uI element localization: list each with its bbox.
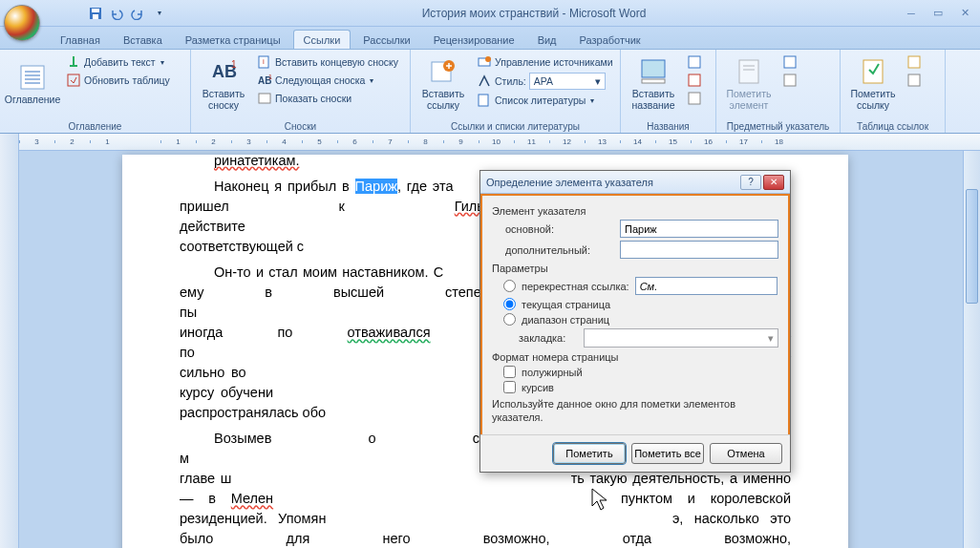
- svg-rect-2: [93, 14, 98, 19]
- svg-rect-29: [784, 56, 796, 68]
- vertical-scrollbar[interactable]: [963, 151, 980, 548]
- dialog-title-text: Определение элемента указателя: [486, 177, 738, 188]
- caption-opt2[interactable]: [684, 72, 705, 89]
- toa-opt2[interactable]: [904, 72, 925, 89]
- svg-text:1: 1: [268, 74, 272, 80]
- toc-label: Оглавление: [5, 95, 61, 106]
- svg-rect-21: [642, 60, 665, 77]
- svg-rect-1: [92, 9, 99, 12]
- svg-rect-15: [259, 94, 270, 103]
- main-entry-label: основной:: [505, 223, 616, 235]
- insert-caption-button[interactable]: Вставить название: [625, 52, 682, 116]
- current-page-radio[interactable]: текущая страница: [503, 298, 778, 310]
- group-toc-label: Оглавление: [0, 121, 190, 132]
- italic-checkbox[interactable]: курсив: [503, 381, 778, 393]
- index-opt2[interactable]: [779, 72, 800, 89]
- svg-rect-32: [908, 56, 920, 68]
- tab-insert[interactable]: Вставка: [113, 30, 173, 49]
- sub-entry-input[interactable]: [620, 241, 778, 259]
- svg-text:1: 1: [231, 59, 237, 70]
- svg-rect-31: [863, 60, 883, 83]
- svg-text:i: i: [263, 57, 265, 66]
- svg-rect-23: [689, 56, 700, 68]
- section-options: Параметры: [492, 263, 778, 274]
- svg-point-19: [485, 56, 491, 62]
- citation-style-select[interactable]: Стиль: APA▾: [474, 72, 616, 91]
- svg-rect-22: [642, 79, 665, 83]
- maximize-button[interactable]: ▭: [927, 5, 949, 22]
- tab-references[interactable]: Ссылки: [293, 30, 352, 49]
- mark-citation-button[interactable]: Пометить ссылку: [844, 52, 902, 116]
- tab-mailings[interactable]: Рассылки: [352, 30, 420, 49]
- svg-rect-25: [689, 93, 700, 104]
- insert-citation-label: Вставить ссылку: [416, 89, 470, 111]
- tab-view[interactable]: Вид: [527, 30, 567, 49]
- dialog-help-button[interactable]: ?: [740, 175, 761, 190]
- office-button[interactable]: [4, 5, 40, 41]
- tab-home[interactable]: Главная: [50, 30, 111, 49]
- show-notes-button[interactable]: Показать сноски: [254, 90, 401, 107]
- svg-rect-26: [739, 60, 758, 83]
- toc-button[interactable]: Оглавление: [4, 52, 61, 116]
- tab-developer[interactable]: Разработчик: [569, 30, 651, 49]
- add-text-button[interactable]: Добавить текст: [63, 53, 173, 71]
- insert-endnote-button[interactable]: iВставить концевую сноску: [254, 53, 401, 71]
- mark-all-button[interactable]: Пометить все: [631, 443, 704, 464]
- section-page-format: Формат номера страницы: [492, 351, 778, 363]
- bookmark-select[interactable]: ▾: [584, 328, 778, 348]
- tab-review[interactable]: Рецензирование: [423, 30, 525, 49]
- next-footnote-button[interactable]: AB1Следующая сноска: [254, 72, 401, 89]
- svg-rect-33: [908, 74, 920, 86]
- undo-icon[interactable]: [107, 4, 126, 23]
- horizontal-ruler[interactable]: 321123456789101112131415161718: [19, 134, 980, 151]
- redo-icon[interactable]: [128, 4, 147, 23]
- scroll-thumb[interactable]: [966, 189, 978, 304]
- insert-citation-button[interactable]: Вставить ссылку: [415, 52, 472, 116]
- main-entry-input[interactable]: [620, 220, 778, 238]
- sub-entry-label: дополнительный:: [505, 244, 616, 256]
- svg-rect-20: [479, 95, 488, 106]
- page-range-radio[interactable]: диапазон страниц: [503, 313, 778, 326]
- qat-customize-icon[interactable]: [149, 4, 168, 23]
- vertical-ruler[interactable]: [0, 134, 19, 548]
- index-opt1[interactable]: [779, 53, 800, 71]
- manage-sources-button[interactable]: Управление источниками: [474, 53, 616, 71]
- group-citations-label: Ссылки и списки литературы: [411, 121, 620, 132]
- svg-rect-8: [68, 74, 79, 86]
- save-icon[interactable]: [86, 4, 105, 23]
- mark-index-entry-dialog: Определение элемента указателя ? ✕ Элеме…: [479, 170, 791, 473]
- group-toa-label: Таблица ссылок: [841, 121, 945, 132]
- cross-reference-radio[interactable]: перекрестная ссылка:: [503, 277, 778, 295]
- bibliography-button[interactable]: Список литературы: [474, 92, 616, 109]
- minimize-button[interactable]: ─: [900, 5, 923, 22]
- ribbon-tabs: Главная Вставка Разметка страницы Ссылки…: [0, 27, 980, 50]
- cross-reference-input[interactable]: [635, 277, 778, 295]
- group-index-label: Предметный указатель: [716, 121, 840, 132]
- mark-citation-label: Пометить ссылку: [846, 89, 900, 111]
- toa-opt1[interactable]: [904, 53, 925, 71]
- group-footnotes-label: Сноски: [191, 121, 410, 132]
- svg-rect-3: [21, 66, 44, 89]
- mark-entry-button[interactable]: Пометить элемент: [720, 52, 778, 116]
- dialog-close-button[interactable]: ✕: [763, 175, 784, 190]
- insert-caption-label: Вставить название: [627, 89, 680, 111]
- selected-text: Париж: [355, 179, 397, 194]
- mark-button[interactable]: Пометить: [553, 443, 626, 464]
- bold-checkbox[interactable]: полужирный: [503, 366, 778, 378]
- insert-footnote-button[interactable]: AB1 Вставить сноску: [195, 52, 252, 116]
- title-bar: История моих странствий - Microsoft Word…: [0, 0, 980, 27]
- section-index-element: Элемент указателя: [492, 205, 778, 217]
- caption-opt1[interactable]: [684, 53, 705, 71]
- svg-rect-30: [784, 74, 796, 86]
- bookmark-label: закладка:: [519, 332, 580, 344]
- close-button[interactable]: ✕: [953, 5, 976, 22]
- tab-page-layout[interactable]: Разметка страницы: [175, 30, 291, 49]
- dialog-hint-text: Используйте данное окно для пометки элем…: [492, 397, 778, 425]
- ribbon: Оглавление Добавить текст Обновить табли…: [0, 50, 980, 134]
- window-title: История моих странствий - Microsoft Word: [168, 7, 900, 20]
- dialog-titlebar[interactable]: Определение элемента указателя ? ✕: [480, 171, 790, 194]
- cancel-button[interactable]: Отмена: [710, 443, 782, 464]
- quick-access-toolbar: [86, 4, 168, 23]
- caption-opt3[interactable]: [684, 90, 705, 107]
- update-table-button[interactable]: Обновить таблицу: [63, 72, 173, 89]
